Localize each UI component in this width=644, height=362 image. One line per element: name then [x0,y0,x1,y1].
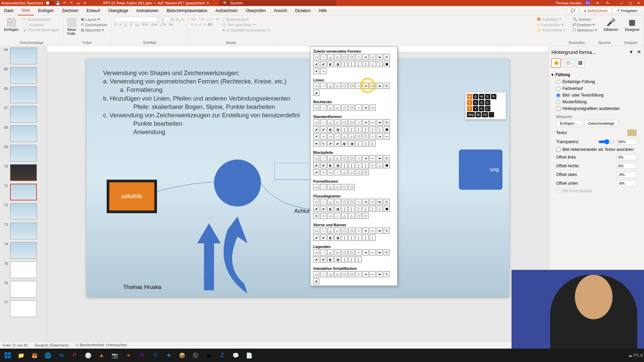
shape-option[interactable]: ➜ [363,228,369,234]
shape-option[interactable]: ◐ [327,206,333,212]
blue-rounded-rect-shape[interactable]: ung [459,149,502,190]
app-icon-2[interactable]: 📷 [109,349,121,361]
tab-aufzeichnen[interactable]: Aufzeichnen [211,6,241,15]
shape-option[interactable]: ⬋ [320,126,326,132]
shape-option[interactable]: ⬈ [313,61,319,67]
shape-option[interactable]: ) [377,162,383,168]
shape-option[interactable]: ▭ [313,184,319,190]
curved-arrow-shape[interactable] [221,217,274,297]
shape-option[interactable]: △ [327,249,333,255]
shape-option[interactable]: ◇ [348,213,355,219]
shape-option[interactable]: ⬡ [348,155,355,161]
outline-button[interactable]: ▭ Formkontur ▾ [535,22,567,27]
shape-option[interactable]: ⇨ [370,249,376,255]
offset-left-input[interactable] [616,154,637,160]
shape-option[interactable]: ⇨ [370,155,376,161]
shape-option[interactable]: ⬌ [377,54,383,60]
shape-option[interactable]: ◑ [334,235,340,241]
shape-option[interactable]: ○ [320,155,326,161]
shape-option[interactable]: ⬠ [341,228,347,234]
minimize-button[interactable]: — [618,1,626,5]
thumbnail-71[interactable] [10,184,37,200]
shape-option[interactable]: △ [327,119,333,125]
firefox-icon[interactable]: 🦊 [28,349,41,361]
shape-option[interactable]: ⬈ [313,235,319,241]
shape-option[interactable]: ✧ [320,213,326,219]
underline-button[interactable]: U [124,23,127,27]
shape-option[interactable]: ⬡ [348,184,355,190]
shape-option[interactable]: ⬌ [377,249,383,255]
find-button[interactable]: 🔍 Suchen [571,17,598,22]
shape-option[interactable]: ⇨ [370,119,376,125]
shape-option[interactable]: ○ [320,54,326,60]
texture-picker[interactable] [627,129,637,136]
clear-format-icon[interactable]: Aₓ [181,17,185,22]
shape-option[interactable]: ◐ [327,256,333,262]
shape-option[interactable]: ⬈ [313,90,319,96]
shape-option[interactable]: } [348,256,355,262]
shape-option[interactable]: ○ [334,133,340,139]
thumbnail-76[interactable] [10,281,37,298]
shape-option[interactable]: ⬌ [377,83,383,89]
app-icon-6[interactable]: 💬 [229,349,242,361]
shape-option[interactable]: ↻ [384,228,390,234]
smartart-button[interactable]: ◈ In SmartArt konvertieren ▾ [221,27,271,33]
shape-option[interactable]: } [348,126,355,132]
shape-option[interactable]: ⬌ [377,199,383,205]
shape-option[interactable]: ➜ [363,83,369,89]
shape-option[interactable]: ✧ [320,68,326,74]
columns-button[interactable]: ▦▾ [208,22,213,26]
autosave-toggle[interactable] [45,1,55,5]
shape-option[interactable]: ⬋ [320,235,326,241]
shape-option[interactable]: ( [370,61,376,67]
decrease-font-icon[interactable]: A↓ [176,17,180,21]
shape-option[interactable]: ⬈ [313,278,319,284]
shape-option[interactable]: ◑ [334,206,340,212]
new-slide-button[interactable]: Neue Folie [66,17,77,37]
chrome-icon[interactable]: 🌐 [42,349,54,361]
fill-button[interactable]: 🎨 Fülleffekt ▾ [535,17,567,22]
offset-bottom-input[interactable] [616,180,637,186]
shape-option[interactable]: ☆ [370,133,376,139]
solid-fill-radio[interactable] [556,80,560,84]
language-status[interactable]: Deutsch (Österreich) [35,343,68,347]
shape-option[interactable]: ◐ [327,235,333,241]
vlc-icon[interactable]: ▲ [95,349,108,361]
shape-option[interactable]: ▭ [313,199,319,205]
shape-option[interactable]: ⬡ [363,213,369,219]
shape-option[interactable]: { [341,61,347,67]
shape-option[interactable]: ▭ [313,54,319,60]
picture-fill-radio[interactable] [556,93,560,98]
shape-option[interactable]: ( [370,235,376,241]
shape-option[interactable]: [ [356,162,362,168]
shape-option[interactable]: ◇ [334,249,340,255]
font-size-combo[interactable] [159,17,170,22]
shape-option[interactable]: ⬠ [341,119,347,125]
rocket-icon[interactable]: ✎ [604,0,611,6]
shape-option[interactable]: ◇ [334,105,340,111]
shape-option[interactable]: △ [341,213,347,219]
outlook-icon[interactable]: ✉ [55,349,68,361]
shape-option[interactable]: [ [356,61,362,67]
shape-option[interactable]: ◇ [334,54,340,60]
shape-option[interactable]: ◇ [334,199,340,205]
clipboard-picture-button[interactable]: Zwischenablage [584,120,619,127]
align-left-button[interactable]: ≡ [191,22,193,26]
shape-option[interactable]: ↻ [384,199,390,205]
shape-option[interactable]: ⬌ [377,228,383,234]
shape-option[interactable]: ] [363,126,369,132]
shape-option[interactable]: ◑ [334,61,340,67]
shape-option[interactable]: ) [377,61,383,67]
panel-options-icon[interactable]: ▾ [630,49,633,55]
numbering-button[interactable]: ⒈▾ [198,17,204,22]
shape-option[interactable]: ○ [320,83,326,89]
sync-icon[interactable]: ⟳ [594,0,601,6]
thumbnail-69[interactable] [10,145,37,162]
shape-option[interactable]: ⬋ [320,206,326,212]
shadow-button[interactable]: ab [135,23,139,27]
shape-option[interactable]: ○ [320,184,326,190]
shape-option[interactable]: { [356,140,362,146]
comments-button[interactable]: 💬 [567,7,579,14]
tab-entwurf[interactable]: Entwurf [83,6,104,15]
shape-option[interactable]: ☆ [356,271,362,277]
